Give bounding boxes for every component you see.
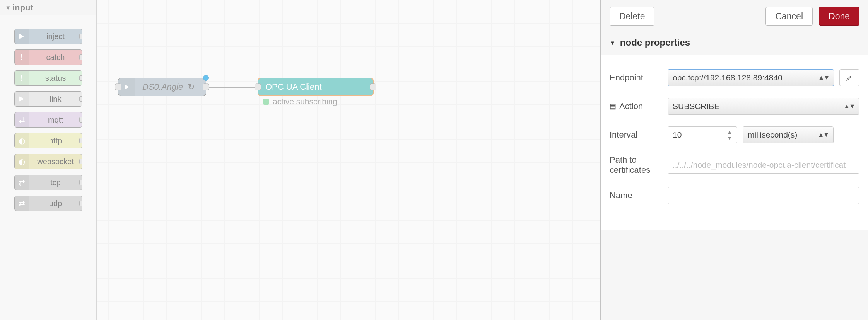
palette-node-label: link <box>29 95 82 104</box>
arrow-right-icon <box>118 78 135 96</box>
bridge-icon: ⇄ <box>15 175 29 190</box>
palette-node-tcp[interactable]: ⇄ tcp <box>14 175 82 190</box>
chevron-down-icon: ▼ <box>4 4 12 11</box>
done-button[interactable]: Done <box>819 7 859 26</box>
palette-node-status[interactable]: ! status <box>14 70 82 86</box>
interval-label: Interval <box>610 130 668 140</box>
flow-node-label: OPC UA Client <box>258 82 373 92</box>
palette-node-label: websocket <box>29 157 82 166</box>
chevron-updown-icon: ▲▼ <box>818 131 829 138</box>
chevron-updown-icon: ▲▼ <box>844 103 854 110</box>
interval-value: 10 <box>673 130 682 140</box>
palette-node-link[interactable]: link <box>14 91 82 107</box>
delete-button[interactable]: Delete <box>610 7 654 26</box>
palette-category-label: input <box>12 3 33 13</box>
globe-icon: ◐ <box>15 133 29 148</box>
interval-unit-select[interactable]: millisecond(s) ▲▼ <box>743 126 834 143</box>
palette-node-label: mqtt <box>29 116 82 124</box>
list-icon: ▤ <box>610 102 616 111</box>
palette-node-http[interactable]: ◐ http <box>14 133 82 148</box>
palette-node-label: status <box>29 74 82 83</box>
arrow-right-icon <box>15 29 29 44</box>
node-status: active subscribing <box>263 97 337 106</box>
palette-sidebar: ▼ input inject ! catch ! status link ⇄ <box>0 0 97 320</box>
exclamation-icon: ! <box>15 50 29 65</box>
bridge-icon: ⇄ <box>15 196 29 211</box>
spinner-icon: ▲▼ <box>727 129 732 141</box>
flow-node-ds0-angle[interactable]: DS0.Angle ↻ <box>118 78 206 96</box>
wire[interactable] <box>207 87 260 88</box>
palette-node-label: udp <box>29 199 82 208</box>
flow-canvas[interactable]: DS0.Angle ↻ OPC UA Client active subscri… <box>97 0 600 320</box>
section-title: node properties <box>620 37 690 48</box>
bridge-icon: ⇄ <box>15 112 29 127</box>
action-select[interactable]: SUBSCRIBE ▲▼ <box>668 98 859 115</box>
cancel-button[interactable]: Cancel <box>765 7 813 26</box>
palette-node-inject[interactable]: inject <box>14 29 82 44</box>
endpoint-value: opc.tcp://192.168.128.89:4840 <box>673 73 783 82</box>
interval-unit-value: millisecond(s) <box>748 130 797 140</box>
palette-category-header[interactable]: ▼ input <box>0 0 96 15</box>
status-dot-icon <box>263 99 269 105</box>
name-label: Name <box>610 191 668 201</box>
chevron-updown-icon: ▲▼ <box>818 74 829 81</box>
refresh-icon: ↻ <box>188 82 195 92</box>
palette-node-udp[interactable]: ⇄ udp <box>14 196 82 211</box>
arrow-right-icon <box>15 92 29 106</box>
action-value: SUBSCRIBE <box>673 102 719 111</box>
flow-node-label: DS0.Angle <box>142 82 183 92</box>
exclamation-icon: ! <box>15 71 29 85</box>
name-input[interactable] <box>668 187 859 204</box>
pencil-icon <box>846 74 853 81</box>
palette-node-label: tcp <box>29 178 82 187</box>
palette-node-label: inject <box>29 32 82 41</box>
interval-input[interactable]: 10 ▲▼ <box>668 126 737 143</box>
edit-endpoint-button[interactable] <box>839 69 859 86</box>
certpath-label: Path to certificates <box>610 155 668 175</box>
node-changed-dot-icon <box>203 75 209 81</box>
globe-icon: ◐ <box>15 154 29 169</box>
palette-node-label: http <box>29 136 82 145</box>
certpath-input[interactable] <box>668 157 859 174</box>
action-label: ▤ Action <box>610 101 668 111</box>
endpoint-label: Endpoint <box>610 73 668 83</box>
palette-node-websocket[interactable]: ◐ websocket <box>14 154 82 169</box>
chevron-down-icon: ▼ <box>610 39 615 46</box>
flow-node-opcua-client[interactable]: OPC UA Client <box>258 78 374 96</box>
palette-node-mqtt[interactable]: ⇄ mqtt <box>14 112 82 128</box>
palette-node-catch[interactable]: ! catch <box>14 49 82 65</box>
section-header-node-properties[interactable]: ▼ node properties <box>601 35 868 55</box>
palette-node-label: catch <box>29 53 82 62</box>
edit-panel: Delete Cancel Done ▼ node properties End… <box>600 0 868 320</box>
node-status-text: active subscribing <box>273 97 337 106</box>
endpoint-select[interactable]: opc.tcp://192.168.128.89:4840 ▲▼ <box>668 69 834 86</box>
